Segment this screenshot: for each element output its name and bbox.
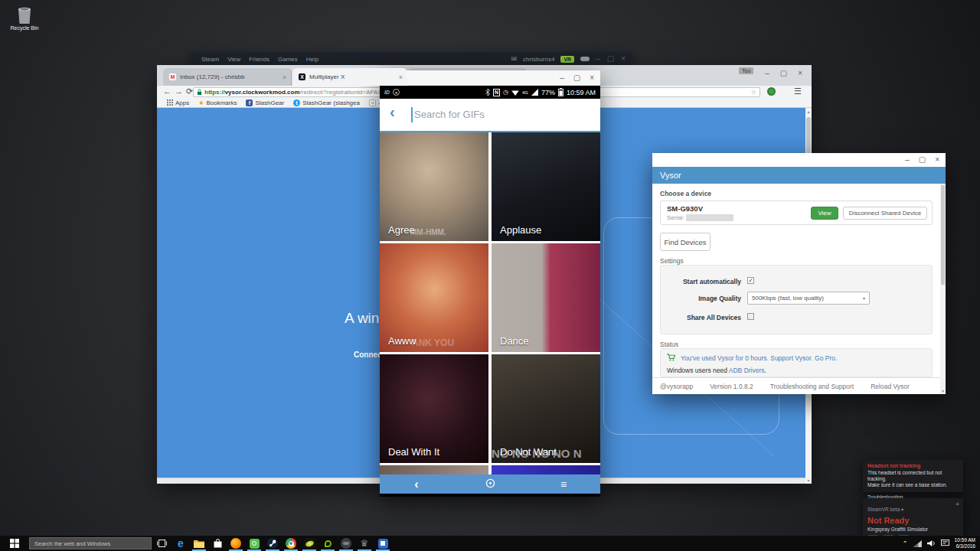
usage-status-link[interactable]: You've used Vysor for 0 hours. Support V… — [681, 354, 837, 362]
taskbar-lime-app[interactable] — [300, 536, 318, 551]
status-label: Status — [660, 341, 678, 348]
taskbar-search-input[interactable]: Search the web and Windows — [29, 537, 152, 549]
tab-multiplayer-x[interactable]: X Multiplayer X × — [292, 68, 407, 86]
steam-menu-steam[interactable]: Steam — [201, 56, 219, 63]
taskbar-store[interactable] — [208, 536, 227, 551]
tray-expand-icon[interactable]: ⌃ — [903, 540, 908, 547]
taskbar-blue-app[interactable] — [374, 536, 392, 551]
back-button[interactable]: ← — [163, 86, 172, 96]
recycle-bin-label: Recycle Bin — [5, 25, 44, 31]
gif-tile-do-not-want[interactable]: NO NO NO NO N Do Not Want — [492, 354, 600, 463]
image-quality-select[interactable]: 500Kbps (fast, low quality) ▾ — [747, 292, 870, 305]
task-view-button[interactable] — [152, 536, 172, 551]
find-devices-button[interactable]: Find Devices — [660, 233, 710, 251]
vysor-minimize-button[interactable]: – — [905, 156, 910, 164]
gif-search-bar[interactable]: ‹ Search for GIFs — [380, 99, 600, 132]
network-icon[interactable] — [913, 540, 922, 547]
troubleshooting-link[interactable]: Troubleshooting and Support — [770, 383, 854, 390]
disconnect-shared-device-button[interactable]: Disconnect Shared Device — [843, 207, 927, 220]
action-center-icon[interactable] — [941, 540, 949, 547]
search-back-icon[interactable]: ‹ — [390, 104, 395, 119]
taskbar-firefox[interactable] — [227, 536, 245, 551]
steam-username[interactable]: chrisburns4 — [523, 56, 554, 63]
scroll-down-icon[interactable]: ▼ — [805, 478, 812, 483]
mirror-titlebar[interactable]: – ▢ × — [380, 70, 600, 86]
mirror-maximize-button[interactable]: ▢ — [573, 74, 580, 82]
start-button[interactable] — [0, 536, 29, 551]
vysor-maximize-button[interactable]: ▢ — [919, 156, 926, 164]
recycle-bin[interactable]: Recycle Bin — [5, 5, 44, 31]
nav-back-button[interactable]: ‹ — [380, 478, 453, 491]
steamvr-close-button[interactable]: × — [956, 500, 959, 507]
taskbar-file-explorer[interactable] — [190, 536, 208, 551]
steam-menu-help[interactable]: Help — [306, 56, 318, 63]
reload-vysor-link[interactable]: Reload Vysor — [871, 383, 910, 390]
vysorapp-link[interactable]: @vysorapp — [660, 383, 693, 390]
scroll-down-icon[interactable]: ▼ — [940, 389, 946, 393]
gif-tile-dance[interactable]: Dance — [492, 243, 600, 352]
tab-close-icon[interactable]: × — [283, 73, 286, 81]
bookmark-slashgear-fb[interactable]: f SlashGear — [246, 99, 284, 106]
steam-close-button[interactable]: × — [621, 55, 626, 63]
steam-menu-view[interactable]: View — [227, 56, 240, 63]
vysor-titlebar[interactable]: – ▢ × — [652, 153, 946, 167]
controller-icon[interactable] — [580, 56, 590, 62]
battery-percent: 77% — [541, 89, 555, 96]
forward-button[interactable]: → — [175, 86, 183, 96]
bookmark-slashgear-twitter[interactable]: t SlashGear (slashgea — [293, 99, 360, 106]
bookmark-star-icon[interactable]: ☆ — [751, 89, 756, 96]
tab-gmail[interactable]: M Inbox (12,729) - chrisbb × — [163, 68, 292, 86]
gif-tile-awww[interactable]: ANK YOU Awww — [380, 243, 488, 352]
chrome-close-button[interactable]: × — [798, 70, 802, 77]
taskbar-edge[interactable]: e — [172, 536, 190, 551]
mirror-minimize-button[interactable]: – — [560, 74, 564, 82]
mirror-close-button[interactable]: × — [590, 74, 594, 82]
taskbar-steam[interactable] — [263, 536, 282, 551]
alarm-icon: ◷ — [503, 89, 508, 96]
steam-maximize-button[interactable]: ▢ — [607, 55, 614, 63]
volume-icon[interactable] — [927, 540, 936, 547]
mail-icon[interactable]: ✉ — [511, 55, 518, 63]
chrome-minimize-button[interactable]: – — [765, 70, 769, 77]
nav-home-button[interactable] — [453, 478, 527, 491]
version-label: Version 1.0.8.2 — [710, 383, 753, 390]
scroll-up-icon[interactable]: ▲ — [805, 108, 812, 116]
steam-menu-friends[interactable]: Friends — [249, 56, 270, 63]
steamvr-beta-menu[interactable]: SteamVR beta ▾ — [867, 507, 903, 512]
view-button[interactable]: View — [811, 207, 838, 220]
gif-tile-deal-with-it[interactable]: Deal With It — [380, 354, 488, 463]
reload-button[interactable]: ⟳ — [186, 86, 193, 96]
chrome-maximize-button[interactable]: ▢ — [780, 70, 787, 77]
taskbar-chrome[interactable] — [282, 536, 300, 551]
nav-recents-button[interactable]: ≡ — [527, 478, 600, 491]
tab-close-icon[interactable]: × — [399, 73, 403, 81]
gif-tile-applause[interactable]: Applause — [492, 132, 600, 241]
taskbar-kingspray[interactable]: ♛ — [355, 536, 374, 551]
vysor-scrollbar-thumb[interactable] — [941, 185, 945, 285]
chrome-menu-button[interactable]: ☰ — [794, 86, 802, 96]
taskbar-android-app[interactable] — [245, 536, 263, 551]
crown-icon: ♛ — [361, 539, 369, 548]
taskbar-steamvr[interactable] — [337, 536, 355, 551]
gif-tile-partial[interactable] — [492, 465, 600, 474]
apps-shortcut[interactable]: Apps — [167, 99, 189, 106]
blue-app-icon — [378, 539, 388, 549]
taskbar-clock[interactable]: 10:59 AM 6/3/2016 — [955, 537, 975, 549]
steam-menu-games[interactable]: Games — [278, 56, 298, 63]
gif-tile-partial[interactable] — [380, 465, 488, 474]
steamvr-running-game: Kingspray Graffiti Simulator — [867, 527, 959, 532]
vysor-close-button[interactable]: × — [935, 156, 939, 164]
vysor-scrollbar[interactable]: ▼ — [940, 184, 946, 394]
battery-icon — [558, 88, 564, 96]
chrome-icon — [286, 538, 296, 549]
multiplayer-x-favicon: X — [299, 73, 305, 80]
steam-minimize-button[interactable]: – — [596, 55, 600, 63]
padlock-icon — [197, 89, 202, 96]
adb-drivers-link[interactable]: ADB Drivers — [729, 367, 765, 374]
share-all-devices-checkbox[interactable] — [747, 313, 754, 320]
taskbar-nvidia[interactable] — [318, 536, 337, 551]
start-automatically-checkbox[interactable]: ✓ — [747, 277, 754, 284]
bookmarks-folder[interactable]: ★ Bookmarks — [198, 99, 237, 106]
gif-tile-agree[interactable]: MM-HMM. Agree — [380, 132, 488, 241]
extension-icon[interactable] — [767, 87, 776, 96]
